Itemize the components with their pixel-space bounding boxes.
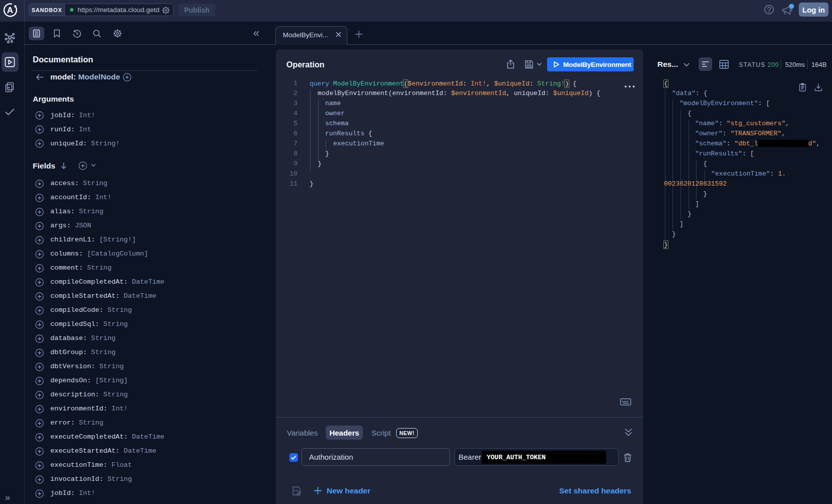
- svg-text:A: A: [7, 6, 13, 15]
